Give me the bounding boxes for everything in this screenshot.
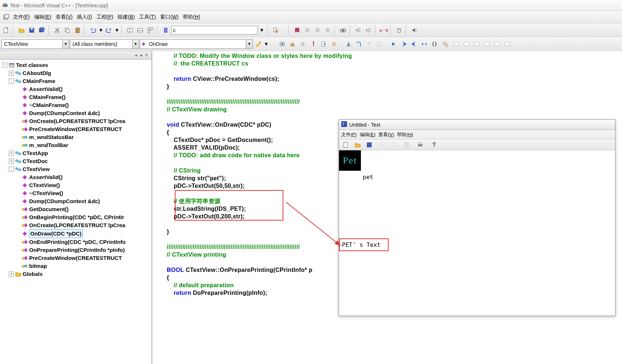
step-right-icon[interactable]: [389, 39, 398, 49]
save-icon[interactable]: [27, 25, 36, 35]
bookmark-clear-icon[interactable]: [323, 25, 332, 35]
breakpoint-hand-icon[interactable]: [329, 39, 339, 49]
rt-menu-v[interactable]: 查看(V): [378, 131, 394, 138]
tree-expander[interactable]: -: [9, 167, 14, 172]
menu-t[interactable]: 工具(T): [137, 13, 158, 21]
tree-item[interactable]: CTextView(): [29, 181, 60, 189]
tree-item[interactable]: Dump(CDumpContext &dc): [29, 109, 100, 117]
find-tool-icon[interactable]: [271, 25, 280, 35]
rt-menu-h[interactable]: 帮助(H): [397, 131, 413, 138]
window5-icon[interactable]: [492, 39, 502, 49]
tab-close-icon[interactable]: ✕: [145, 53, 150, 58]
rt-menu-e[interactable]: 编辑(E): [360, 131, 375, 138]
bookmark-flag-icon[interactable]: [292, 25, 302, 35]
tree-item[interactable]: CTextDoc: [23, 157, 48, 165]
undo-icon[interactable]: [88, 25, 98, 35]
tree-item[interactable]: PreCreateWindow(CREATESTRUCT: [29, 254, 122, 262]
window1-icon[interactable]: [452, 39, 461, 49]
tree-item[interactable]: OnDraw(CDC *pDC): [29, 229, 83, 238]
build-icon[interactable]: [288, 39, 297, 49]
quickwatch-icon[interactable]: [441, 39, 450, 49]
step-out-icon[interactable]: [364, 39, 374, 49]
rt-save-icon[interactable]: [365, 140, 374, 150]
find-dropdown-icon[interactable]: ▾: [259, 25, 265, 35]
class-tree[interactable]: −Text classes +CAboutDlg-CMainFrameAsser…: [0, 60, 151, 364]
open-folder-icon[interactable]: [17, 25, 26, 35]
menu-p[interactable]: 工程(P): [94, 13, 116, 21]
bookmark-prev-icon[interactable]: [313, 25, 322, 35]
save-all-icon[interactable]: [37, 25, 47, 35]
step-into-icon[interactable]: [344, 39, 353, 49]
window-list-icon[interactable]: [146, 25, 155, 35]
find-binoculars-icon[interactable]: [338, 25, 348, 35]
tree-expander[interactable]: +: [9, 272, 14, 277]
tree-item[interactable]: CMainFrame(): [29, 93, 66, 101]
rt-copy-icon[interactable]: [390, 140, 399, 150]
tree-item[interactable]: m_wndStatusBar: [29, 133, 74, 141]
window4-icon[interactable]: [482, 39, 492, 49]
menu-i[interactable]: 插入(I): [75, 13, 94, 21]
tree-item[interactable]: bitmap: [29, 262, 47, 270]
step-brace-left-icon[interactable]: [409, 39, 419, 49]
rt-paste-icon[interactable]: [402, 140, 411, 150]
class-combo[interactable]: CTextView▼: [1, 39, 69, 49]
menu-v[interactable]: 查看(V): [54, 13, 75, 21]
tree-item[interactable]: PreCreateWindow(CREATESTRUCT: [29, 125, 122, 133]
undo-dropdown-icon[interactable]: ▾: [98, 25, 103, 35]
menu-e[interactable]: 编辑(E): [32, 13, 54, 21]
tree-expander[interactable]: +: [9, 159, 14, 164]
tree-item[interactable]: ~CMainFrame(): [29, 101, 69, 109]
window2-icon[interactable]: [462, 39, 471, 49]
tree-item[interactable]: OnCreate(LPCREATESTRUCT lpCrea: [29, 117, 125, 125]
tab-prev-icon[interactable]: ◄: [133, 53, 138, 58]
bookmark-next-icon[interactable]: [303, 25, 312, 35]
tree-item[interactable]: AssertValid(): [29, 85, 63, 93]
menu-w[interactable]: 窗口(W): [158, 13, 181, 21]
new-file-icon[interactable]: [1, 25, 11, 35]
tree-item[interactable]: GetDocument(): [29, 205, 68, 213]
restore-window-icon[interactable]: [2, 13, 10, 21]
tree-item[interactable]: CTextApp: [23, 149, 48, 157]
window6-icon[interactable]: [503, 39, 512, 49]
rt-new-icon[interactable]: [341, 140, 351, 150]
tree-expander[interactable]: +: [9, 71, 14, 76]
tree-item[interactable]: OnEndPrinting(CDC *pDC, CPrintInfo: [29, 238, 126, 246]
tree-item[interactable]: OnBeginPrinting(CDC *pDC, CPrintIr: [29, 213, 124, 221]
tab-next-icon[interactable]: ►: [139, 53, 144, 58]
step-arrows-icon[interactable]: [420, 39, 429, 49]
sound-icon[interactable]: [410, 25, 419, 35]
run-to-cursor-icon[interactable]: [374, 39, 384, 49]
stop-build-icon[interactable]: [298, 39, 307, 49]
tree-expander[interactable]: -: [9, 79, 14, 84]
go-icon[interactable]: [319, 39, 328, 49]
menu-f[interactable]: 文件(F): [11, 13, 32, 21]
toggle-bookmark-icon[interactable]: [161, 25, 170, 35]
wizard-dropdown-icon[interactable]: ▾: [264, 39, 269, 49]
rt-cut-icon[interactable]: [378, 140, 388, 150]
tree-item[interactable]: AssertValid(): [29, 173, 63, 181]
compile-icon[interactable]: [277, 39, 287, 49]
output-window-icon[interactable]: [135, 25, 145, 35]
tree-item[interactable]: Globals: [23, 270, 43, 278]
execute-icon[interactable]: !: [309, 39, 318, 49]
workspace-icon[interactable]: [125, 25, 135, 35]
rt-menu-f[interactable]: 文件(F): [341, 131, 357, 138]
tree-item[interactable]: CMainFrame: [23, 77, 55, 85]
indent-icon[interactable]: [354, 25, 363, 35]
filter-combo[interactable]: (All class members)▼: [70, 39, 139, 49]
tree-item[interactable]: Dump(CDumpContext &dc): [29, 197, 100, 205]
outdent-icon[interactable]: [364, 25, 373, 35]
find-combo[interactable]: [171, 26, 258, 35]
step-over-icon[interactable]: [354, 39, 363, 49]
tree-expander[interactable]: +: [9, 151, 14, 156]
menu-b[interactable]: 组建(B): [115, 13, 137, 21]
tree-item[interactable]: m_wndToolBar: [29, 141, 68, 149]
cut-icon[interactable]: [52, 25, 62, 35]
window3-icon[interactable]: [472, 39, 481, 49]
tree-item[interactable]: OnPreparePrinting(CPrintInfo *pInfo): [29, 246, 125, 254]
rt-print-icon[interactable]: [416, 140, 425, 150]
tree-item[interactable]: ~CTextView(): [29, 189, 63, 197]
braces-icon[interactable]: {}: [430, 39, 439, 49]
step-brace-right-icon[interactable]: [399, 39, 409, 49]
redo-dropdown-icon[interactable]: ▾: [114, 25, 119, 35]
